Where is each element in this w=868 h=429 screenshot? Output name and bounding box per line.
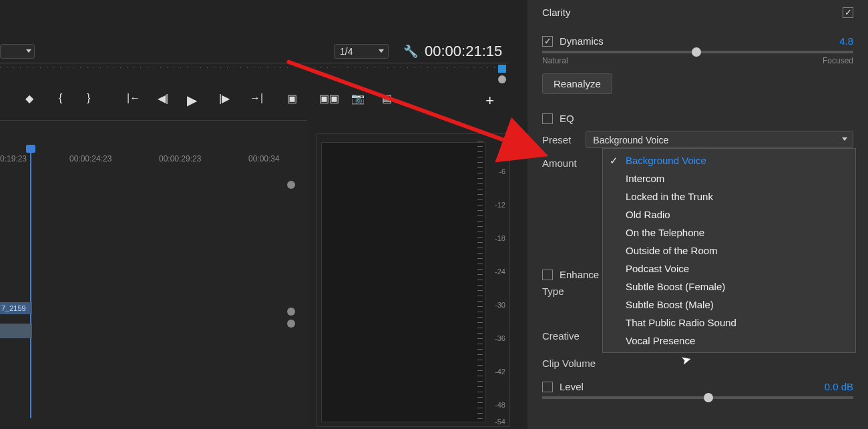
preset-option-podcast-voice[interactable]: Podcast Voice [603,260,855,278]
preset-option-that-public-radio-sound[interactable]: That Public Radio Sound [603,314,855,332]
video-clip[interactable]: 7_2159 [0,302,32,314]
chevron-down-icon [842,137,847,141]
slider-thumb-icon[interactable] [692,47,701,57]
preset-option-subtle-boost-female[interactable]: Subtle Boost (Female) [603,278,855,296]
preset-dropdown-list: Background Voice Intercom Locked in the … [602,148,856,353]
enhance-checkbox[interactable] [542,270,553,280]
audio-meter-display [321,142,485,422]
eq-checkbox[interactable] [542,113,553,124]
button-editor-plus-icon[interactable]: + [485,92,494,109]
dynamics-checkbox[interactable] [542,36,553,47]
essential-sound-panel: Clarity Dynamics 4.8 Natural Focused Rea… [527,0,868,429]
enhance-label: Enhance [560,269,599,280]
meter-label: -48 [495,401,505,409]
creative-section-label: Creative [542,330,580,342]
dynamics-slider[interactable] [542,51,853,53]
zoom-dropdown[interactable]: 1/4 [334,44,389,59]
level-value[interactable]: 0.0 dB [825,381,853,392]
slider-label-natural: Natural [542,56,568,65]
meter-label: -18 [495,234,505,242]
dynamics-value[interactable]: 4.8 [839,35,853,47]
go-to-in-icon[interactable]: |← [127,92,140,104]
dynamics-label: Dynamics [560,35,604,47]
meter-tick-marks [477,141,483,421]
meter-label: -54 [495,418,505,426]
extract-icon[interactable]: ▣▣ [319,92,339,105]
scroll-handle-icon[interactable] [287,308,295,316]
mark-out-icon[interactable]: } [87,92,90,104]
settings-wrench-icon[interactable]: 🔧 [403,44,418,59]
meter-label: -42 [495,368,505,376]
preset-option-on-the-telephone[interactable]: On the Telephone [603,224,855,242]
level-label: Level [560,381,584,392]
preset-option-vocal-presence[interactable]: Vocal Presence [603,332,855,350]
chevron-down-icon [26,49,31,53]
level-slider[interactable] [542,396,853,399]
preset-label: Preset [542,134,571,145]
clip-volume-section-label: Clip Volume [542,358,853,369]
preset-dropdown[interactable]: Background Voice [586,131,853,148]
preset-option-intercom[interactable]: Intercom [603,169,855,187]
step-forward-icon[interactable]: |▶ [219,92,230,105]
out-marker-icon[interactable] [498,65,506,73]
scroll-handle-icon[interactable] [287,320,295,328]
timeline-playhead-timecode[interactable]: 0:19:23 [0,154,27,163]
program-top-bar: 1/4 🔧 00:00:21:15 [0,40,527,63]
level-checkbox[interactable] [542,382,553,392]
resolution-dropdown[interactable] [0,44,35,59]
eq-label: EQ [560,113,574,124]
timeline-tick: 00:00:24:23 [69,154,112,163]
clarity-checkbox[interactable] [843,7,853,18]
transport-controls: ◆ { } |← ◀| ▶ |▶ →| ▣ ▣▣ 📷 ▤ + [0,92,507,115]
zoom-handle-icon[interactable] [498,75,506,83]
lift-icon[interactable]: ▣ [287,92,297,105]
export-frame-icon[interactable]: 📷 [351,92,365,105]
zoom-value: 1/4 [340,46,353,57]
program-and-timeline-area: 1/4 🔧 00:00:21:15 ◆ { } |← ◀| ▶ |▶ →| ▣ … [0,0,527,429]
meter-label: -36 [495,334,505,342]
preset-option-locked-in-the-trunk[interactable]: Locked in the Trunk [603,187,855,205]
comparison-view-icon[interactable]: ▤ [382,92,392,105]
reanalyze-button[interactable]: Reanalyze [542,73,612,94]
program-timecode[interactable]: 00:00:21:15 [425,43,502,60]
timeline-vertical-scroll[interactable] [287,174,295,429]
timeline-panel: 0:19:23 00:00:24:23 00:00:29:23 00:00:34… [0,120,307,427]
go-to-out-icon[interactable]: →| [250,92,263,104]
preset-option-subtle-boost-male[interactable]: Subtle Boost (Male) [603,296,855,314]
preset-option-outside-of-the-room[interactable]: Outside of the Room [603,242,855,260]
preset-selected-value: Background Voice [593,135,668,145]
meter-label: -24 [495,268,505,276]
audio-clip-waveform[interactable] [0,324,32,338]
slider-thumb-icon[interactable] [704,393,713,402]
clarity-section-label: Clarity [542,7,571,18]
meter-label: -6 [499,167,505,175]
add-marker-icon[interactable]: ◆ [25,92,33,105]
step-back-icon[interactable]: ◀| [158,92,168,105]
play-icon[interactable]: ▶ [187,92,197,108]
program-ruler[interactable] [0,63,507,83]
preset-option-old-radio[interactable]: Old Radio [603,205,855,224]
meter-label: -30 [495,301,505,309]
chevron-down-icon [379,49,384,53]
timeline-ruler[interactable]: 0:19:23 00:00:24:23 00:00:29:23 00:00:34 [0,154,294,167]
timeline-tick: 00:00:34 [248,154,280,163]
scroll-handle-icon[interactable] [287,181,295,189]
playhead[interactable] [30,151,31,418]
slider-label-focused: Focused [823,56,853,65]
meter-label: -12 [495,201,505,209]
audio-meter-panel: -6 -12 -18 -24 -30 -36 -42 -48 -54 [316,133,510,427]
timeline-tick: 00:00:29:23 [159,154,201,163]
preset-option-background-voice[interactable]: Background Voice [603,151,855,169]
mark-in-icon[interactable]: { [59,92,62,104]
preset-row: Preset Background Voice Background Voice… [542,131,853,148]
